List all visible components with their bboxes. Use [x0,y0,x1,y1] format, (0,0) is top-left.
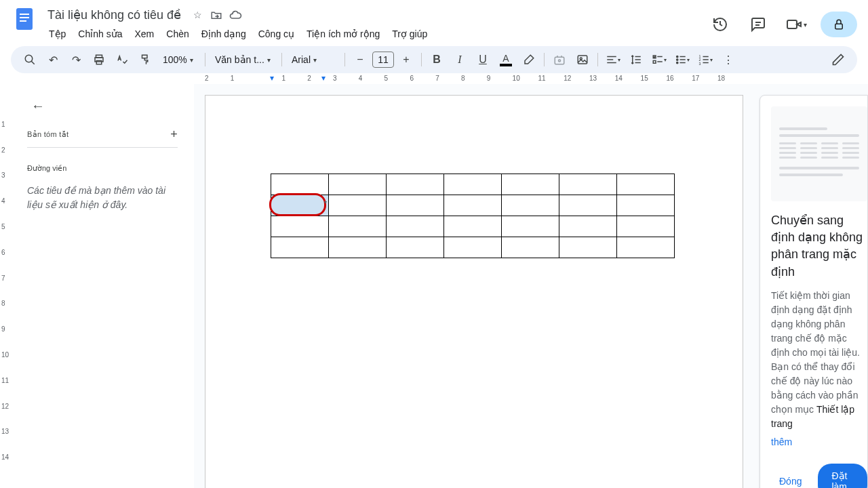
outline-collapse-icon[interactable]: ← [27,95,49,117]
promo-learn-more-link[interactable]: thêm [771,436,867,447]
menu-tools[interactable]: Công cụ [253,26,300,42]
table-cell[interactable] [271,216,329,237]
vertical-ruler[interactable]: 1234567891011121314 [0,84,11,488]
redo-icon[interactable]: ↷ [65,49,87,70]
highlight-icon[interactable] [518,49,540,70]
separator [421,53,422,66]
table-cell[interactable] [559,237,617,258]
table-cell[interactable] [559,174,617,195]
meet-icon[interactable]: ▾ [783,11,810,38]
table-cell[interactable] [444,174,502,195]
table-cell[interactable] [617,216,675,237]
menu-edit[interactable]: Chỉnh sửa [73,26,127,42]
decrease-font-icon[interactable]: − [349,49,371,70]
numbered-list-icon[interactable]: 123▾ [694,49,716,70]
indent-marker-right-icon[interactable]: ▾ [321,73,326,83]
menu-extensions[interactable]: Tiện ích mở rộng [301,26,385,42]
ruler-tick: 2 [307,75,311,82]
table-cell[interactable] [502,216,559,237]
indent-marker-left-icon[interactable]: ▾ [270,73,274,83]
cloud-status-icon[interactable] [229,8,242,22]
ruler-tick: 3 [333,75,337,82]
table-cell[interactable] [502,195,559,216]
zoom-select[interactable]: 100%▾ [157,50,201,69]
cell-menu-icon[interactable]: ▾ [324,199,327,205]
document-page[interactable]: ▾ [205,95,743,488]
menu-format[interactable]: Định dạng [196,26,252,42]
increase-font-icon[interactable]: + [395,49,417,70]
more-icon[interactable]: ⋮ [717,49,739,70]
bold-icon[interactable]: B [426,49,448,70]
table-cell[interactable] [559,195,617,216]
font-select[interactable]: Arial▾ [286,50,340,69]
edit-mode-icon[interactable] [827,49,849,70]
table-cell[interactable] [502,237,559,258]
menu-view[interactable]: Xem [130,26,160,42]
table-cell[interactable] [617,195,675,216]
table-cell[interactable] [329,195,387,216]
add-summary-icon[interactable]: + [170,127,178,142]
menu-file[interactable]: Tệp [43,26,71,42]
align-icon[interactable]: ▾ [602,49,624,70]
table-cell[interactable] [502,174,559,195]
star-icon[interactable]: ☆ [191,8,204,22]
undo-icon[interactable]: ↶ [42,49,64,70]
history-icon[interactable] [707,11,734,38]
insert-link-icon[interactable] [549,49,570,70]
document-table[interactable]: ▾ [271,174,675,258]
table-cell[interactable] [617,237,675,258]
share-button[interactable] [821,12,857,37]
paragraph-style-select[interactable]: Văn bản t...▾ [210,50,277,69]
spellcheck-icon[interactable] [111,49,133,70]
table-cell[interactable] [329,216,387,237]
print-icon[interactable] [88,49,110,70]
ruler-tick: 1 [281,75,285,82]
table-cell[interactable] [387,216,444,237]
menu-insert[interactable]: Chèn [161,26,194,42]
promo-panel: Chuyển sang định dạng không phân trang m… [760,95,868,488]
comments-icon[interactable] [745,11,772,38]
separator [597,53,598,66]
table-cell[interactable] [271,237,329,258]
move-icon[interactable] [210,8,223,22]
table-cell[interactable] [387,237,444,258]
insert-image-icon[interactable] [572,49,593,70]
bulleted-list-icon[interactable]: ▾ [671,49,693,70]
table-cell[interactable] [329,237,387,258]
table-cell[interactable] [444,216,502,237]
table-cell[interactable] [387,174,444,195]
line-spacing-icon[interactable] [625,49,647,70]
ruler-tick: 4 [1,197,5,205]
search-menus-icon[interactable] [19,49,41,70]
table-cell[interactable] [329,174,387,195]
ruler-tick: 11 [1,377,9,384]
ruler-tick: 13 [1,428,9,435]
text-color-icon[interactable]: A [495,49,517,70]
table-cell[interactable] [387,195,444,216]
menu-help[interactable]: Trợ giúp [387,26,433,42]
docs-logo-icon[interactable] [11,5,38,33]
toolbar: ↶ ↷ 100%▾ Văn bản t...▾ Arial▾ − 11 + B … [11,46,857,73]
table-cell[interactable] [444,195,502,216]
table-cell[interactable] [271,174,329,195]
ruler-tick: 4 [359,75,363,82]
table-cell[interactable] [559,216,617,237]
table-cell[interactable] [617,174,675,195]
table-cell[interactable]: ▾ [271,195,329,216]
checklist-icon[interactable]: ▾ [648,49,670,70]
ruler-tick: 11 [538,75,545,82]
promo-close-button[interactable]: Đóng [771,470,810,488]
svg-line-9 [31,61,35,64]
table-cell[interactable] [444,237,502,258]
svg-rect-0 [16,8,33,30]
italic-icon[interactable]: I [449,49,471,70]
horizontal-ruler[interactable]: ▾ ▾ 21123456789101112131415161718 [205,73,868,84]
paint-format-icon[interactable] [134,49,156,70]
font-size-input[interactable]: 11 [372,52,394,68]
underline-icon[interactable]: U [472,49,494,70]
separator [544,53,545,66]
table-row: ▾ [271,195,675,216]
promo-primary-button[interactable]: Đặt làm [818,464,867,488]
ruler-tick: 7 [1,274,5,282]
document-title[interactable]: Tài liệu không có tiêu đề [43,6,185,24]
